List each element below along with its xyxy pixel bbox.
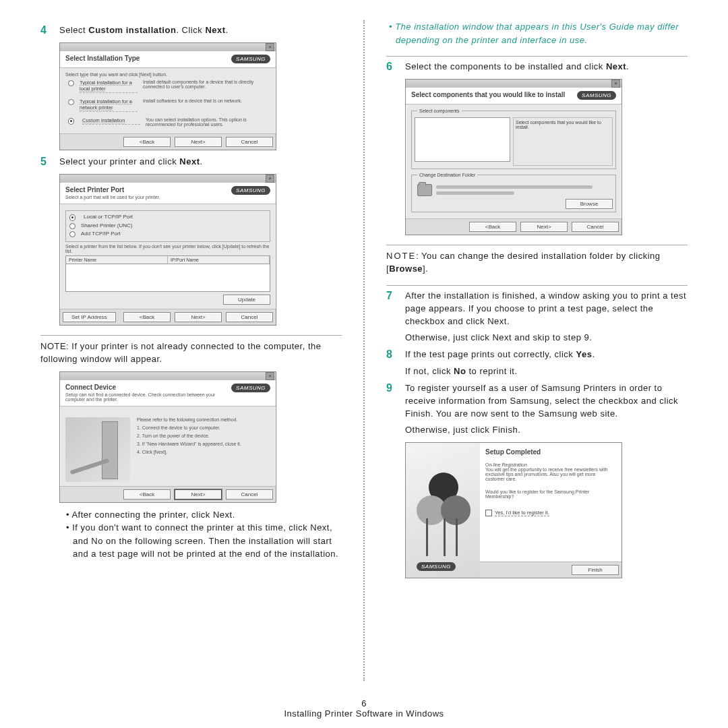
dialog-printer-port: × Select Printer Port Select a port that…	[59, 174, 276, 326]
cancel-button[interactable]: Cancel	[226, 137, 273, 147]
port-add[interactable]: Add TCP/IP Port	[69, 230, 266, 238]
step-text: After the installation is finished, a wi…	[405, 290, 688, 344]
close-icon[interactable]: ×	[266, 372, 274, 380]
dialog-intro: Select type that you want and click [Nex…	[65, 72, 270, 77]
step-text: Select the components to be installed an…	[405, 61, 688, 73]
step-text: Select your printer and click Next.	[59, 156, 342, 169]
next-button[interactable]: Next>	[175, 137, 222, 147]
port-shared[interactable]: Shared Printer (UNC)	[69, 222, 266, 230]
next-button[interactable]: Next>	[175, 312, 222, 322]
brand-badge: SAMSUNG	[231, 384, 270, 392]
step-text: To register yourself as a user of Samsun…	[405, 382, 688, 437]
step-number: 6	[386, 61, 405, 73]
step-number: 8	[386, 348, 405, 378]
dialog-title: Connect Device	[65, 384, 231, 391]
completion-illustration: SAMSUNG	[406, 443, 480, 578]
finish-button[interactable]: Finish	[572, 565, 619, 575]
back-button[interactable]: <Back	[123, 312, 171, 322]
brand-badge: SAMSUNG	[417, 562, 456, 571]
dialog-title: Select Installation Type	[65, 55, 140, 62]
step-number: 7	[386, 290, 405, 344]
browse-button[interactable]: Browse	[566, 199, 613, 209]
column-divider	[363, 20, 365, 681]
register-checkbox[interactable]: Yes, I'd like to register it.	[485, 510, 616, 516]
back-button[interactable]: <Back	[123, 137, 171, 147]
back-button[interactable]: <Back	[469, 222, 516, 232]
option-network[interactable]: Typical installation for a network print…	[65, 96, 270, 115]
next-button[interactable]: Next>	[175, 489, 222, 499]
cancel-button[interactable]: Cancel	[572, 222, 619, 232]
next-button[interactable]: Next>	[520, 222, 568, 232]
cancel-button[interactable]: Cancel	[226, 489, 273, 499]
brand-badge: SAMSUNG	[231, 186, 270, 195]
brand-badge: SAMSUNG	[577, 91, 616, 100]
brand-badge: SAMSUNG	[231, 55, 270, 63]
port-local[interactable]: Local or TCP/IP Port	[69, 213, 266, 222]
close-icon[interactable]: ×	[266, 175, 274, 183]
folder-icon	[417, 184, 432, 196]
step-text: Select Custom installation. Click Next.	[59, 24, 342, 37]
back-button[interactable]: <Back	[123, 489, 171, 499]
step-text: If the test page prints out correctly, c…	[405, 348, 688, 378]
step-number: 4	[40, 24, 59, 37]
page-footer: 6 Installing Printer Software in Windows	[0, 698, 728, 719]
printer-list[interactable]	[65, 264, 270, 292]
option-custom[interactable]: Custom installationYou can select instal…	[65, 115, 270, 129]
dialog-setup-completed: SAMSUNG Setup Completed On-line Registra…	[405, 442, 622, 578]
option-local[interactable]: Typical installation for a local printer…	[65, 77, 270, 96]
dialog-connect-device: × Connect Device Setup can not find a co…	[59, 371, 276, 503]
connect-illustration	[65, 417, 130, 482]
note-text: NOTE: You can change the desired install…	[386, 249, 688, 276]
dialog-title: Setup Completed	[485, 448, 616, 456]
bullet-text: • If you don't want to connect the print…	[59, 521, 342, 561]
dialog-select-components: × Select components that you would like …	[405, 79, 622, 235]
printer-table-header: Printer NameIP/Port Name	[65, 255, 270, 264]
set-ip-button[interactable]: Set IP Address	[63, 312, 116, 322]
note-text: NOTE: If your printer is not already con…	[40, 340, 342, 366]
close-icon[interactable]: ×	[611, 80, 620, 88]
dialog-title: Select components that you would like to…	[411, 91, 565, 98]
close-icon[interactable]: ×	[266, 43, 274, 51]
step-number: 9	[386, 382, 405, 437]
step-number: 5	[40, 156, 59, 169]
components-list[interactable]	[415, 117, 510, 162]
component-desc: Select components that you would like to…	[513, 117, 613, 166]
dialog-title: Select Printer Port	[65, 186, 160, 193]
cancel-button[interactable]: Cancel	[226, 312, 273, 322]
dialog-installation-type: × Select Installation Type SAMSUNG Selec…	[59, 42, 276, 150]
note-italic: • The installation window that appears i…	[386, 20, 688, 47]
update-button[interactable]: Update	[223, 295, 270, 305]
bullet-text: • After connecting the printer, click Ne…	[59, 508, 342, 522]
